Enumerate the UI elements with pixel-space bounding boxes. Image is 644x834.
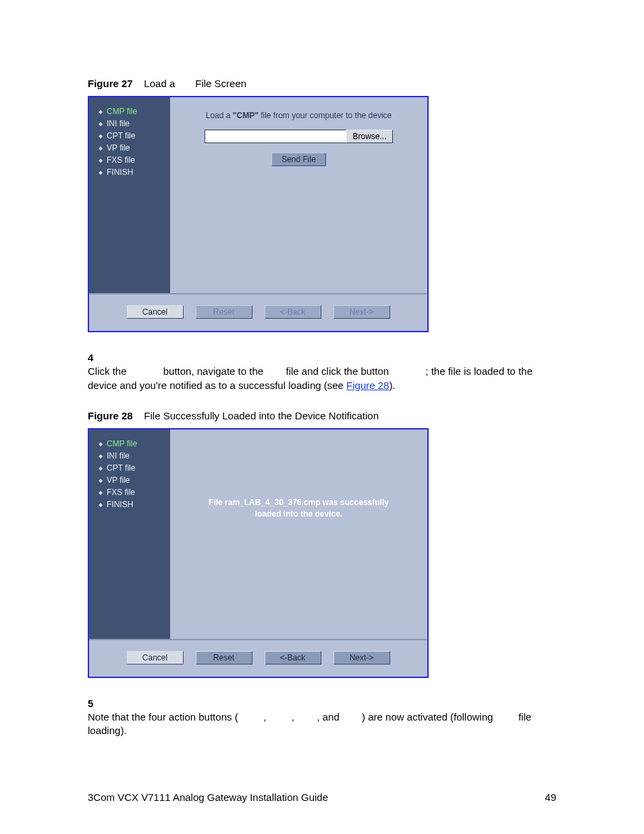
figure-27-title-a: Load a [144,78,175,89]
screenshot-load-success: CMP file INI file CPT file VP file FXS f… [88,428,429,678]
screenshot-load-cmp: CMP file INI file CPT file VP file FXS f… [88,96,429,332]
figure-28-caption: Figure 28 File Successfully Loaded into … [88,410,556,421]
step-5-number: 5 [88,697,108,710]
sidebar-item-fxs[interactable]: FXS file [99,154,170,166]
sidebar2-item-fxs[interactable]: FXS file [99,486,170,498]
page-footer: 3Com VCX V7111 Analog Gateway Installati… [88,791,556,803]
footer-page-number: 49 [545,791,556,803]
step-4-b: button, navigate to the [161,365,267,377]
figure-27-caption: Figure 27 Load aFile Screen [88,78,556,89]
sidebar-item-cpt[interactable]: CPT file [99,130,170,142]
step-5-d: , and [317,711,342,723]
file-path-input[interactable] [205,130,346,143]
figure-28-title: File Successfully Loaded into the Device… [144,410,379,421]
load-prompt-post: file from your computer to the device [259,111,392,120]
send-file-button[interactable]: Send File [271,153,326,166]
step-5: 5 Note that the four action buttons ( , … [88,697,556,738]
sidebar-item-finish[interactable]: FINISH [99,166,170,178]
cancel-button[interactable]: Cancel [127,305,184,319]
figure-27-label: Figure 27 [88,78,133,89]
step-4-number: 4 [88,351,108,365]
wizard-sidebar: CMP file INI file CPT file VP file FXS f… [89,97,170,293]
wizard-sidebar-2: CMP file INI file CPT file VP file FXS f… [89,429,170,639]
sidebar2-item-ini[interactable]: INI file [99,450,170,462]
sidebar-item-cmp[interactable]: CMP file [99,105,170,118]
sidebar2-item-cpt[interactable]: CPT file [99,462,170,474]
reset-button: Reset [196,305,252,319]
step-5-a: Note that the four action buttons ( [88,711,238,723]
browse-button[interactable]: Browse... [346,130,392,143]
sidebar-item-ini[interactable]: INI file [99,118,170,130]
wizard-footer: Cancel Reset <-Back Next-> [89,293,427,331]
figure-28-label: Figure 28 [88,410,133,421]
sidebar-item-vp[interactable]: VP file [99,142,170,154]
reset-button-2[interactable]: Reset [196,651,252,664]
sidebar2-item-cmp[interactable]: CMP file [99,438,170,450]
cancel-button-2[interactable]: Cancel [127,651,184,664]
step-5-e: ) are now activated (following [362,711,495,723]
load-prompt: Load a "CMP" file from your computer to … [184,111,414,120]
footer-title: 3Com VCX V7111 Analog Gateway Installati… [88,791,328,803]
figure-27-title-b: File Screen [195,78,246,89]
sidebar2-item-vp[interactable]: VP file [99,474,170,486]
sidebar2-item-finish[interactable]: FINISH [99,498,170,511]
back-button: <-Back [265,305,321,319]
load-prompt-pre: Load a [206,111,233,120]
step-4: 4 Click the button, navigate to the file… [88,351,556,392]
next-button-2[interactable]: Next-> [333,651,390,664]
wizard-footer-2: Cancel Reset <-Back Next-> [89,639,427,677]
success-message: File ram_LAB_4_30_376.cmp was successful… [184,443,414,520]
next-button: Next-> [333,305,390,319]
step-4-e: ). [389,380,395,391]
back-button-2[interactable]: <-Back [265,651,321,664]
load-prompt-bold: "CMP" [233,111,259,120]
figure-28-link[interactable]: Figure 28 [346,380,389,391]
step-5-c: , [292,711,297,723]
success-line-2: loaded into the device. [184,509,414,520]
step-4-a: Click the [88,365,130,377]
step-5-b: , [263,711,269,723]
step-4-c: file and click the button [283,365,392,377]
success-line-1: File ram_LAB_4_30_376.cmp was successful… [184,497,414,509]
